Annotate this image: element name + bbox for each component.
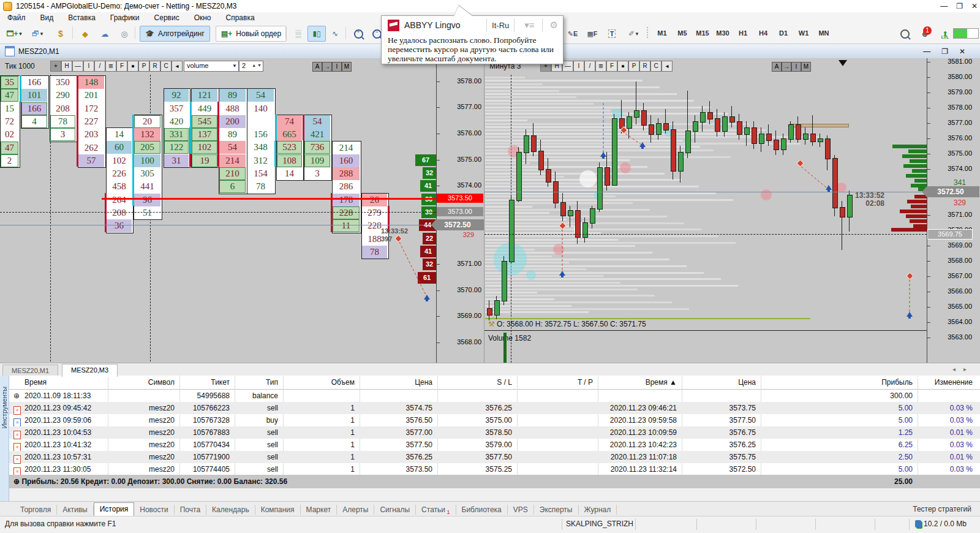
toolbox-tab-Журнал[interactable]: Журнал <box>579 505 617 515</box>
volume-dropdown[interactable]: volume▼ <box>184 61 239 72</box>
cloud-icon[interactable]: ☁ <box>96 26 114 42</box>
entry-price-line[interactable] <box>102 198 436 200</box>
zoom-in-icon[interactable]: + <box>349 26 368 42</box>
window-tab-MESZ20,M3[interactable]: MESZ20,M3 <box>62 364 118 377</box>
toolbox-tab-VPS[interactable]: VPS <box>508 505 534 515</box>
chart-tool-C-left[interactable]: C <box>160 61 172 72</box>
chart-tool-/-left[interactable]: / <box>94 61 105 72</box>
menu-Вставка[interactable]: Вставка <box>61 13 103 22</box>
column-header-Время[interactable]: Время <box>24 376 105 389</box>
scroll-to-end-icon[interactable] <box>839 60 847 66</box>
accounts-icon[interactable]: $ <box>51 26 70 42</box>
toolbox-sidebar[interactable]: Инструменты <box>0 376 9 501</box>
candles-chart-icon[interactable]: ▮▯ <box>307 26 326 42</box>
lvl-icon[interactable]: ⬆LVL <box>937 26 953 42</box>
column-header-S / L[interactable]: S / L <box>441 376 512 389</box>
right-price-axis[interactable] <box>927 58 927 363</box>
column-header-Прибыль[interactable]: Прибыль <box>764 376 913 389</box>
chart-restore-icon[interactable]: ❐ <box>941 47 948 56</box>
timeframe-MN[interactable]: MN <box>815 26 833 40</box>
green-level-line[interactable] <box>485 318 810 319</box>
corner-btn-M-left[interactable]: M <box>342 62 352 72</box>
maximize-icon[interactable]: ❐ <box>956 2 963 10</box>
popup-language-pair[interactable]: It-Ru <box>492 21 509 30</box>
corner-btn-I-right[interactable]: I <box>791 62 801 72</box>
toolbox-tab-Эксперты[interactable]: Эксперты <box>534 505 579 515</box>
toolbox-tab-Почта[interactable]: Почта <box>175 505 206 515</box>
indicator-f-icon[interactable]: ▦F <box>583 26 601 42</box>
chart-tool-—-left[interactable]: — <box>72 61 83 72</box>
chart-tool-R-right[interactable]: R <box>639 61 650 72</box>
new-chart-icon[interactable]: 🗔+▼ <box>4 26 26 42</box>
minimize-icon[interactable]: — <box>940 2 948 10</box>
chart-tool-◂-left[interactable]: ◂ <box>172 61 183 72</box>
style-icon[interactable]: ✐▼ <box>622 26 646 42</box>
timeframe-M1[interactable]: M1 <box>653 26 671 40</box>
column-header-Время[interactable]: Время ▲ <box>601 376 677 389</box>
chart-tool-R-left[interactable]: R <box>149 61 160 72</box>
toolbox-tab-Статьи[interactable]: Статьи 1 <box>416 505 456 515</box>
window-tab-MESZ20,M1[interactable]: MESZ20,M1 <box>2 365 58 376</box>
table-row[interactable]: ≡2020.11.23 10:57:31mesz20105771900sell1… <box>9 451 980 463</box>
chart-tool-I-left[interactable]: I <box>83 61 94 72</box>
column-header-Цена[interactable]: Цена <box>363 376 432 389</box>
menu-Справка[interactable]: Справка <box>219 13 262 22</box>
table-row[interactable]: ⊕2020.11.09 18:11:3354995688balance300.0… <box>9 390 980 402</box>
table-row[interactable]: ≡2020.11.23 10:41:32mesz20105770434sell1… <box>9 439 980 451</box>
timeframe-H1[interactable]: H1 <box>734 26 752 40</box>
column-header-Цена[interactable]: Цена <box>685 376 756 389</box>
text-label-icon[interactable]: T <box>603 26 621 42</box>
indicator-e-icon[interactable]: ✎E <box>564 26 582 42</box>
corner-btn-→-left[interactable]: → <box>322 62 332 72</box>
timeframe-M5[interactable]: M5 <box>673 26 692 40</box>
chart-tool-◂-right[interactable]: ◂ <box>662 61 673 72</box>
menu-Вид[interactable]: Вид <box>33 13 61 22</box>
footprint-chart-pane[interactable]: Тик 1000+H—I/≣F●PRC◂volume▼2▲ ▼A→IM3578.… <box>0 58 484 363</box>
column-header-Тикет[interactable]: Тикет <box>183 376 230 389</box>
menu-Окно[interactable]: Окно <box>187 13 219 22</box>
chart-tool-H-left[interactable]: H <box>61 61 72 72</box>
toolbox-tab-Библиотека[interactable]: Библиотека <box>456 505 508 515</box>
corner-btn-M-right[interactable]: M <box>801 62 811 72</box>
crosshair-tools-icon[interactable]: ⚒ <box>488 320 495 328</box>
strategy-tester-button[interactable]: Тестер стратегий <box>913 505 971 513</box>
tab-scroll-left-icon[interactable]: ◂ <box>952 366 956 372</box>
corner-btn-A-left[interactable]: A <box>312 62 322 72</box>
toolbox-tab-Календарь[interactable]: Календарь <box>206 505 255 515</box>
chart-tool-≣-right[interactable]: ≣ <box>595 61 606 72</box>
chart-tool-●-right[interactable]: ● <box>617 61 628 72</box>
toolbox-tab-Сигналы[interactable]: Сигналы <box>374 505 416 515</box>
algotrading-button[interactable]: 🎓Алготрейдинг <box>140 26 210 42</box>
period-spinner[interactable]: 2▲ ▼ <box>239 61 263 72</box>
toolbox-tab-Алерты[interactable]: Алерты <box>337 505 374 515</box>
chart-tool-I-right[interactable]: I <box>573 61 584 72</box>
corner-btn-→-right[interactable]: → <box>782 62 791 72</box>
chart-tool-●-left[interactable]: ● <box>127 61 138 72</box>
new-order-button[interactable]: ▤+Новый ордер <box>216 26 287 42</box>
timeframe-D1[interactable]: D1 <box>774 26 793 40</box>
chart-tool-F-left[interactable]: F <box>116 61 127 72</box>
chart-minimize-icon[interactable]: ― <box>923 47 930 56</box>
bars-chart-icon[interactable]: 𝄛 <box>289 26 307 42</box>
gear-icon[interactable]: ⚙ <box>550 20 558 31</box>
menu-Файл[interactable]: Файл <box>0 13 33 22</box>
chart-tool-+-left[interactable]: + <box>50 61 61 72</box>
toolbox-tab-История[interactable]: История <box>94 502 135 516</box>
close-icon[interactable]: ✕ <box>971 2 978 10</box>
chart-tool-/-right[interactable]: / <box>584 61 595 72</box>
chart-tool-P-left[interactable]: P <box>138 61 149 72</box>
graduation-cap-icon[interactable]: ▾≡ <box>524 20 534 31</box>
toolbox-tab-Активы[interactable]: Активы <box>57 505 94 515</box>
chart-tool-—-right[interactable]: — <box>562 61 573 72</box>
chart-tool-≣-left[interactable]: ≣ <box>105 61 116 72</box>
toolbox-tab-Компания[interactable]: Компания <box>255 505 301 515</box>
corner-btn-A-right[interactable]: A <box>772 62 782 72</box>
toolbox-tab-Маркет[interactable]: Маркет <box>301 505 337 515</box>
chart-profile-icon[interactable]: 🗗▼ <box>27 26 49 42</box>
menu-Графики[interactable]: Графики <box>103 13 147 22</box>
column-header-Объем[interactable]: Объем <box>287 376 355 389</box>
menu-Сервис[interactable]: Сервис <box>147 13 187 22</box>
line-chart-icon[interactable]: ∿ <box>326 26 344 42</box>
timeframe-H4[interactable]: H4 <box>754 26 772 40</box>
table-row[interactable]: ≡2020.11.23 11:30:05mesz20105774405sell1… <box>9 463 980 475</box>
